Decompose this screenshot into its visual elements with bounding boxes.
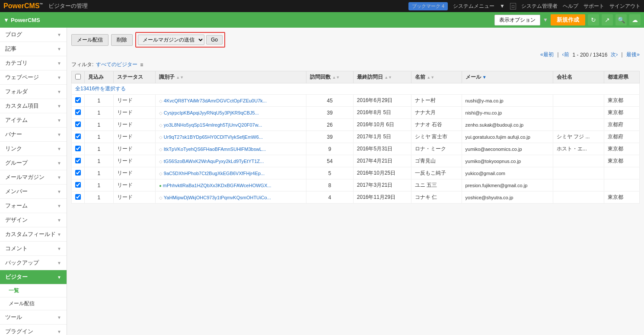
row-identifier: ◇ 4KvcQR8TYAiMr73dAmrDGVCctOpFZEu0U7k... bbox=[156, 95, 306, 107]
sidebar-item-form[interactable]: フォーム ▼ bbox=[0, 199, 67, 213]
sidebar-item-plugin[interactable]: プラグイン ▼ bbox=[0, 325, 67, 335]
row-visits: 5 bbox=[306, 167, 354, 179]
sidebar-item-category[interactable]: カテゴリ ▼ bbox=[0, 56, 67, 70]
sidebar-item-group[interactable]: グループ ▼ bbox=[0, 156, 67, 170]
col-prefecture[interactable]: 都道府県 bbox=[604, 71, 639, 83]
first-page-link[interactable]: «最初 bbox=[540, 51, 554, 58]
sidebar-sub-label-list: 一覧 bbox=[9, 287, 19, 294]
row-checkbox[interactable] bbox=[75, 121, 81, 127]
row-score: 1 bbox=[85, 131, 114, 143]
arrow-icon-item: ▼ bbox=[57, 118, 61, 123]
cloud-button[interactable]: ☁ bbox=[629, 14, 641, 26]
row-company bbox=[553, 167, 604, 179]
table-row: 1リード◇ 9aC5DXhHPhob7Ct2BugXkEGB6VXfFHjr4E… bbox=[72, 167, 640, 179]
sidebar-item-folder[interactable]: フォルダ ▼ bbox=[0, 85, 67, 99]
row-checkbox[interactable] bbox=[75, 146, 81, 151]
col-last-visit[interactable]: 最終訪問日 ▲▼ bbox=[353, 71, 411, 83]
search-button[interactable]: 🔍 bbox=[615, 14, 627, 26]
sidebar-item-webpage[interactable]: ウェブページ ▼ bbox=[0, 70, 67, 85]
sidebar-item-blog[interactable]: ブログ ▼ bbox=[0, 28, 67, 42]
identifier-link[interactable]: CysjrpcIpKBApqiJyyRNqU5y3PjKR9qCBJ5... bbox=[164, 110, 259, 115]
row-score: 1 bbox=[85, 179, 114, 191]
go-button[interactable]: Go bbox=[206, 35, 223, 45]
status-icon: ◇ bbox=[159, 159, 164, 164]
sidebar-sub-mail-config[interactable]: メール配信 bbox=[0, 297, 67, 310]
sidebar-sub-list[interactable]: 一覧 bbox=[0, 284, 67, 297]
row-checkbox[interactable] bbox=[75, 109, 81, 115]
sidebar-item-article[interactable]: 記事 ▼ bbox=[0, 42, 67, 56]
col-visits[interactable]: 訪問回数 ▲▼ bbox=[306, 71, 354, 83]
sidebar-item-tool[interactable]: ツール ▼ bbox=[0, 310, 67, 325]
col-score[interactable]: 見込み bbox=[85, 71, 114, 83]
sidebar-item-backup[interactable]: バックアップ ▼ bbox=[0, 256, 67, 270]
signout-link[interactable]: サインアウト bbox=[609, 3, 641, 10]
sidebar-item-custom-item[interactable]: カスタム項目 ▼ bbox=[0, 99, 67, 113]
sidebar-item-link[interactable]: リンク ▼ bbox=[0, 142, 67, 156]
top-bar: PowerCMS™ ビジターの管理 ブックマーク 4 システムメニュー ▼ □ … bbox=[0, 0, 644, 12]
admin-label[interactable]: システム管理者 bbox=[521, 3, 558, 10]
bookmark-link[interactable]: ブックマーク 4 bbox=[408, 2, 448, 10]
sidebar-item-item[interactable]: アイテム ▼ bbox=[0, 113, 67, 128]
col-checkbox[interactable] bbox=[72, 71, 85, 83]
col-name[interactable]: 名前 ▲▼ bbox=[411, 71, 462, 83]
row-visits: 39 bbox=[306, 131, 354, 143]
identifier-link[interactable]: 4KvcQR8TYAiMr73dAmrDGVCctOpFZEu0U7k... bbox=[164, 98, 267, 103]
row-status: リード bbox=[113, 155, 155, 167]
prev-page-link[interactable]: ‹前 bbox=[562, 51, 569, 58]
sidebar-item-custom-field[interactable]: カスタムフィールド ▼ bbox=[0, 227, 67, 242]
secondbar-left: ▼ PowerCMS bbox=[3, 17, 40, 23]
filter-icon[interactable]: ≡ bbox=[140, 62, 143, 68]
row-name: 一反もこ純子 bbox=[411, 167, 462, 179]
col-status[interactable]: ステータス bbox=[113, 71, 155, 83]
row-checkbox[interactable] bbox=[75, 97, 81, 103]
display-options-button[interactable]: 表示オプション bbox=[494, 15, 540, 26]
row-checkbox[interactable] bbox=[75, 134, 81, 139]
col-identifier[interactable]: 識別子 ▲▼ bbox=[156, 71, 306, 83]
identifier-link[interactable]: YaHMipwDjWkjOHC973y1tPqmvKQsmOHTUiCo... bbox=[164, 195, 271, 200]
refresh-button[interactable]: ↻ bbox=[588, 14, 599, 26]
sidebar-label-mailmag: メールマガジン bbox=[5, 173, 45, 181]
action-select[interactable]: メールマガジンの送信 bbox=[138, 35, 204, 45]
identifier-link[interactable]: Ur9qT27sk1BYDp65HY0CDlTVlykSefjEmW6... bbox=[164, 134, 263, 140]
col-email[interactable]: メール ▼ bbox=[462, 71, 553, 83]
topbar-right: ブックマーク 4 システムメニュー ▼ □ システム管理者 ヘルプ サポート サ… bbox=[408, 2, 641, 10]
sidebar-item-banner[interactable]: バナー ▼ bbox=[0, 128, 67, 142]
identifier-link[interactable]: ItkTpVKoTyehQS6FHaoBFAmnSUHlFM3bswL... bbox=[164, 147, 266, 152]
arrow-icon-blog: ▼ bbox=[57, 32, 61, 37]
identifier-link[interactable]: tG56SzoBAWxK2WrAquPyxy2kLd9TyEtYT1Z... bbox=[164, 159, 264, 164]
sidebar-item-member[interactable]: メンバー ▼ bbox=[0, 185, 67, 199]
row-status: リード bbox=[113, 179, 155, 191]
export-button[interactable]: ↗ bbox=[602, 14, 613, 26]
sidebar-item-visitor[interactable]: ビジター ▼ bbox=[0, 270, 67, 284]
support-link[interactable]: サポート bbox=[583, 3, 604, 10]
next-page-link[interactable]: 次› bbox=[611, 51, 618, 58]
select-all-link[interactable]: 全13416件を選択する bbox=[75, 86, 126, 92]
select-all-checkbox[interactable] bbox=[75, 74, 81, 80]
sidebar-item-design[interactable]: デザイン ▼ bbox=[0, 213, 67, 227]
sidebar-label-banner: バナー bbox=[5, 131, 22, 138]
row-identifier: ◇ yo3L8NHo5yqSp1S4mlregh5TjUnvQ20F07w... bbox=[156, 119, 306, 131]
row-checkbox[interactable] bbox=[75, 158, 81, 163]
sidebar-item-mailmag[interactable]: メールマガジン ▼ bbox=[0, 170, 67, 185]
new-create-button[interactable]: 新規作成 bbox=[551, 14, 585, 26]
row-checkbox[interactable] bbox=[75, 194, 81, 200]
row-visits: 26 bbox=[306, 119, 354, 131]
system-menu-link[interactable]: システムメニュー bbox=[453, 3, 494, 10]
row-checkbox[interactable] bbox=[75, 170, 81, 175]
filter-value-link[interactable]: すべてのビジター bbox=[96, 61, 137, 68]
sidebar-item-comment[interactable]: コメント ▼ bbox=[0, 242, 67, 256]
action-box: メールマガジンの送信 Go bbox=[135, 32, 225, 48]
delete-button[interactable]: 削除 bbox=[111, 34, 133, 46]
last-page-link[interactable]: 最後» bbox=[626, 51, 640, 58]
identifier-link[interactable]: 9aC5DXhHPhob7Ct2BugXkEGB6VXfFHjr4Ep... bbox=[164, 171, 265, 176]
mail-send-button[interactable]: メール配信 bbox=[71, 34, 108, 46]
sidebar-label-design: デザイン bbox=[5, 216, 28, 224]
identifier-link[interactable]: mPhhvktlRaBa1HZQbXx3KDxBGFAWceHOWGX... bbox=[163, 183, 271, 188]
row-name: ナナ大月 bbox=[411, 107, 462, 119]
help-link[interactable]: ヘルプ bbox=[563, 3, 578, 10]
col-company[interactable]: 会社名 bbox=[553, 71, 604, 83]
row-last-visit: 2017年1月 5日 bbox=[353, 131, 411, 143]
identifier-link[interactable]: yo3L8NHo5yqSp1S4mlregh5TjUnvQ20F07w... bbox=[164, 122, 262, 128]
row-checkbox[interactable] bbox=[75, 182, 81, 188]
pagination-separator2: ｜ bbox=[619, 51, 625, 58]
